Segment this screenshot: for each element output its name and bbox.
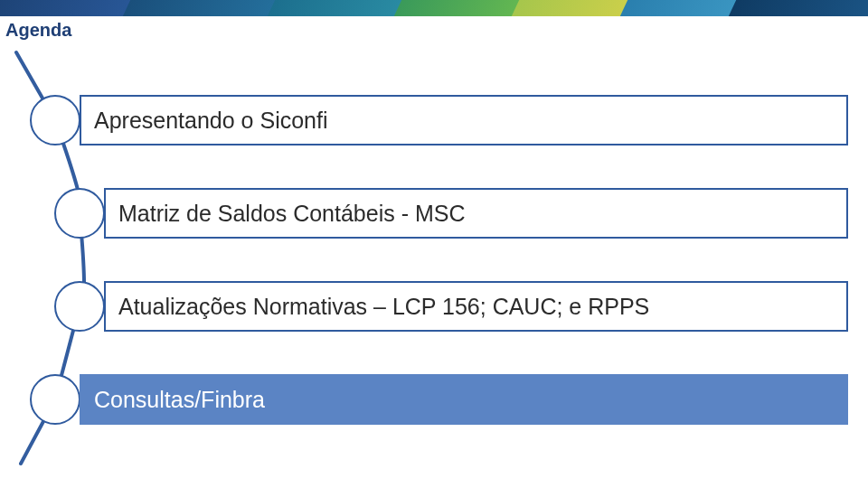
agenda-node-2 [54,188,105,239]
agenda-node-1 [30,95,80,145]
agenda-item-2: Matriz de Saldos Contábeis - MSC [104,188,848,239]
agenda-item-label: Matriz de Saldos Contábeis - MSC [118,201,465,227]
agenda-item-label: Consultas/Finbra [94,387,265,413]
agenda-item-1: Apresentando o Siconfi [80,95,848,145]
page-title: Agenda [5,20,71,41]
top-banner [0,0,868,16]
agenda-node-3 [54,281,105,332]
agenda-item-4: Consultas/Finbra [80,374,848,425]
agenda-item-label: Apresentando o Siconfi [94,108,328,134]
agenda-node-4 [30,374,80,425]
agenda-item-label: Atualizações Normativas – LCP 156; CAUC;… [118,294,649,320]
agenda-item-3: Atualizações Normativas – LCP 156; CAUC;… [104,281,848,332]
